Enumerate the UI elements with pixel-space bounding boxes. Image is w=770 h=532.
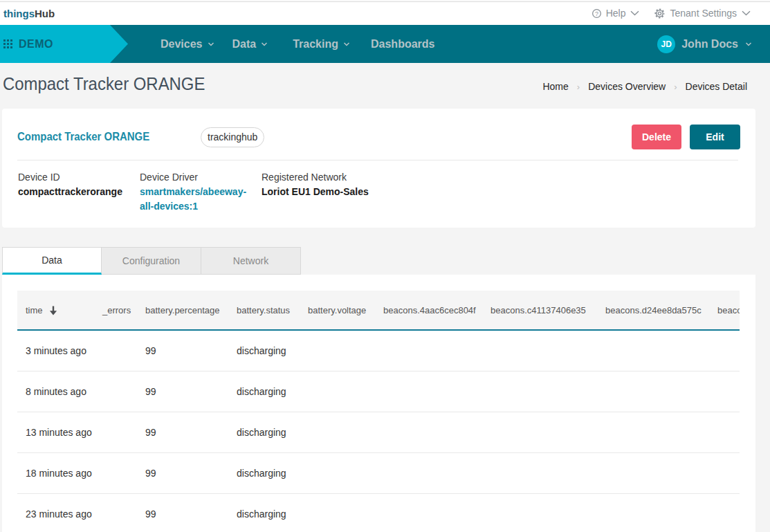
svg-text:?: ? [595,10,598,17]
